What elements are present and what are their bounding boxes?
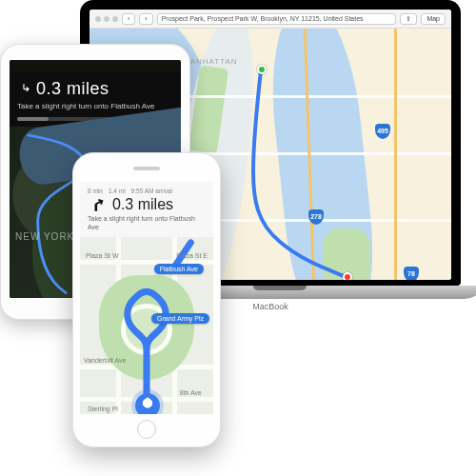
highway-shield: 78 [404,267,419,280]
iphone-screen: 8 min 1.4 mi 9:55 AM arrival 0.3 miles T… [80,182,213,414]
search-input[interactable]: Prospect Park, Prospect Park W, Brooklyn… [157,13,397,25]
trip-summary: 8 min 1.4 mi 9:55 AM arrival [88,188,206,194]
directions-banner[interactable]: 8 min 1.4 mi 9:55 AM arrival 0.3 miles T… [80,182,213,241]
street-label: Sterling Pl [88,406,118,412]
nav-back-button[interactable]: ‹ [122,13,135,25]
nav-forward-button[interactable]: › [139,13,152,25]
street-label: 8th Ave [180,389,202,396]
turn-instruction: Take a slight right turn onto Flatbush A… [88,215,206,232]
route-start-pin[interactable] [257,65,267,74]
street-label: Plaza St W [86,252,119,259]
next-turn-distance: 0.3 miles [112,196,173,213]
distance-remaining: 1.4 mi [109,188,126,194]
next-turn-distance: 0.3 miles [36,79,109,99]
device-family-shot: ‹ › Prospect Park, Prospect Park W, Broo… [0,0,476,476]
turn-slight-right-icon [88,196,105,213]
search-value: Prospect Park, Prospect Park W, Brooklyn… [162,15,364,22]
arrival-time: 9:55 AM arrival [131,188,172,194]
view-mode-button[interactable]: Map [421,13,446,25]
road-callout[interactable]: Flatbush Ave [154,264,204,274]
iphone-map-canvas[interactable]: Plaza St W Plaza St E Vanderbilt Ave 8th… [80,237,213,414]
poi-callout[interactable]: Grand Army Plz [151,313,209,324]
maps-toolbar: ‹ › Prospect Park, Prospect Park W, Broo… [89,10,451,29]
current-location-puck [135,393,160,414]
share-button[interactable]: ⇪ [400,13,417,25]
eta-minutes: 8 min [88,188,103,194]
turn-right-icon [17,82,30,97]
street-label: Vanderbilt Ave [84,357,127,364]
iphone-device: 8 min 1.4 mi 9:55 AM arrival 0.3 miles T… [72,152,221,447]
region-label: NEW YORK [15,231,74,242]
iphone-frame: 8 min 1.4 mi 9:55 AM arrival 0.3 miles T… [72,152,221,447]
status-bar [10,60,181,71]
macbook-notch [253,286,307,290]
earpiece [133,167,160,170]
home-button[interactable] [137,420,156,439]
turn-instruction: Take a slight right turn onto Flatbush A… [17,102,173,111]
route-end-pin[interactable] [343,272,352,280]
window-traffic-lights[interactable] [95,16,118,22]
street-label: Plaza St E [176,252,208,259]
